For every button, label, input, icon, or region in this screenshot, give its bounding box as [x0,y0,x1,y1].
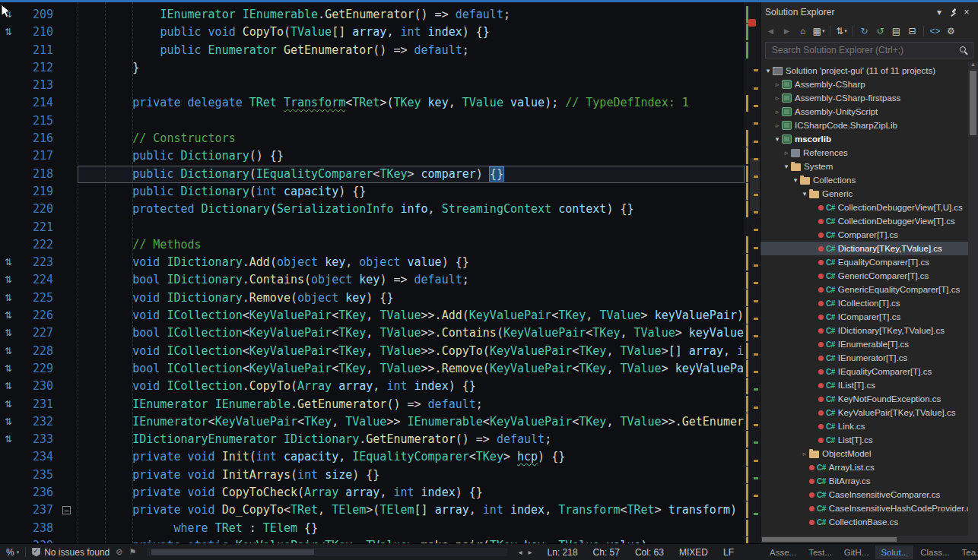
home-button[interactable]: ⌂ [795,24,810,39]
code-line-body[interactable]: public Dictionary() {} [78,147,745,165]
view-code-button[interactable]: <> [928,24,942,39]
implements-arrows-icon[interactable]: ⇅ [0,254,17,271]
pending-changes-filter-button[interactable]: ⇅▾ [834,24,849,39]
scroll-right-icon[interactable]: ▸ [529,548,532,556]
code-line[interactable]: ⇅230 void ICollection.CopyTo(Array array… [0,378,745,395]
line-number[interactable]: 233 [17,431,58,448]
line-number[interactable]: 211 [17,42,58,59]
tree-item[interactable]: C#CaseInsensitiveHashCodeProvider.cs [760,501,978,515]
code-line-body[interactable]: bool ICollection<KeyValuePair<TKey, TVal… [78,360,745,378]
line-number[interactable]: 230 [17,378,58,395]
search-input[interactable] [770,44,960,56]
line-number[interactable]: 214 [17,94,58,112]
code-line-body[interactable]: public Dictionary(IEqualityComparer<TKey… [78,166,745,183]
code-line-body[interactable]: where TRet : TElem {} [78,520,745,537]
line-number[interactable]: 218 [17,166,58,183]
code-line-body[interactable]: // Constructors [78,130,745,147]
switch-views-button[interactable]: ▦▾ [811,24,826,39]
code-line-body[interactable]: private void Do_CopyTo<TRet, TElem>(TEle… [78,501,745,519]
tree-item[interactable]: ▹Assembly-UnityScript [760,105,978,119]
line-number[interactable]: 222 [17,236,58,254]
search-icon[interactable] [960,46,968,55]
code-line-body[interactable]: void ICollection.CopyTo(Array array, int… [78,378,745,395]
line-number[interactable]: 209 [17,6,58,24]
line-number[interactable]: 220 [17,201,58,218]
tree-item[interactable]: ▾mscorlib [760,132,978,146]
tree-item[interactable]: C#Link.cs [760,419,978,433]
line-number[interactable]: 210 [17,24,58,41]
code-line[interactable]: 238 where TRet : TElem {} [0,520,745,537]
fold-collapse-button[interactable]: – [62,506,71,514]
line-number[interactable]: 239 [17,537,58,543]
line-number[interactable]: 236 [17,484,58,501]
line-number[interactable]: 238 [17,520,58,537]
chevron-expanded-icon[interactable]: ▾ [800,190,809,198]
tree-item[interactable]: C#GenericComparer[T].cs [760,269,978,283]
line-number[interactable]: 216 [17,130,58,147]
code-line[interactable]: ⇅225 void IDictionary.Remove(object key)… [0,289,745,307]
implements-arrows-icon[interactable]: ⇅ [0,343,17,360]
code-line[interactable]: 234 private void Init(int capacity, IEqu… [0,448,745,466]
tree-item[interactable]: C#List[T].cs [760,433,978,447]
code-line-body[interactable]: public Dictionary(int capacity) {} [78,183,745,201]
code-line[interactable]: ⇅228 void ICollection<KeyValuePair<TKey,… [0,343,745,360]
code-line[interactable]: 218 public Dictionary(IEqualityComparer<… [0,166,745,183]
tree-item[interactable]: C#IEnumerable[T].cs [760,337,978,351]
code-line[interactable]: 211 public Enumerator GetEnumerator() =>… [0,42,745,59]
editor-vertical-scrollbar-thumb[interactable] [750,158,760,211]
code-line[interactable]: ⇅223 void IDictionary.Add(object key, ob… [0,254,745,271]
flag-icon[interactable]: ⚑ [129,547,136,557]
eol-indicator[interactable]: LF [723,547,734,558]
mute-icon[interactable]: ⊘ [116,547,122,557]
tree-item[interactable]: C#IEqualityComparer[T].cs [760,365,978,378]
code-line-body[interactable]: IDictionaryEnumerator IDictionary.GetEnu… [78,431,745,448]
scroll-left-icon[interactable]: ◂ [518,548,522,556]
tree-item[interactable]: ▹References [760,146,978,160]
tree-item[interactable]: ▹Assembly-CSharp-firstpass [760,91,978,105]
code-line-body[interactable]: IEnumerator IEnumerable.GetEnumerator() … [78,6,745,24]
code-line-body[interactable]: void IDictionary.Remove(object key) {} [78,289,745,307]
code-line-body[interactable]: // Methods [78,236,745,254]
implements-arrows-icon[interactable]: ⇅ [0,24,17,41]
code-line[interactable]: 222 // Methods [0,236,745,254]
implements-arrows-icon[interactable]: ⇅ [0,378,17,395]
line-number[interactable]: 215 [17,112,58,130]
chevron-collapsed-icon[interactable]: ▹ [800,450,809,457]
editor-horizontal-scrollbar-thumb[interactable] [151,549,313,555]
tree-item[interactable]: C#IList[T].cs [760,378,978,392]
line-number[interactable]: 219 [17,183,58,201]
chevron-collapsed-icon[interactable]: ▹ [773,94,782,102]
code-line-body[interactable]: private static KeyValuePair<TKey, TValue… [78,537,745,543]
close-icon[interactable]: × [960,5,973,19]
code-line-body[interactable]: void ICollection<KeyValuePair<TKey, TVal… [78,307,745,324]
chevron-collapsed-icon[interactable]: ▹ [782,149,791,157]
implements-arrows-icon[interactable]: ⇅ [0,6,17,24]
line-number[interactable]: 228 [17,343,58,360]
code-line-body[interactable]: private delegate TRet Transform<TRet>(TK… [78,94,745,112]
code-line[interactable]: 214 private delegate TRet Transform<TRet… [0,94,745,112]
line-number[interactable]: 227 [17,324,58,342]
chevron-expanded-icon[interactable]: ▾ [764,67,773,74]
code-line[interactable]: ⇅229 bool ICollection<KeyValuePair<TKey,… [0,360,745,378]
tree-item[interactable]: C#ArrayList.cs [760,460,978,474]
code-line-body[interactable]: private void Init(int capacity, IEqualit… [78,448,745,466]
line-number[interactable]: 235 [17,467,58,484]
tree-horizontal-scrollbar[interactable] [760,536,978,543]
code-line[interactable]: 239 private static KeyValuePair<TKey, TV… [0,537,745,543]
tree-vertical-scrollbar-thumb[interactable] [970,71,976,135]
line-number[interactable]: 232 [17,413,58,431]
chevron-expanded-icon[interactable]: ▾ [791,176,800,184]
chevron-collapsed-icon[interactable]: ▹ [773,81,782,88]
window-dropdown-icon[interactable]: ▾ [932,5,946,19]
back-button[interactable]: ◄ [764,24,778,39]
code-line[interactable]: 221 [0,219,745,236]
code-line[interactable]: ⇅226 void ICollection<KeyValuePair<TKey,… [0,307,745,324]
encoding-indicator[interactable]: MIXED [679,547,708,558]
code-line-body[interactable]: IEnumerator<KeyValuePair<TKey, TValue>> … [78,413,745,431]
tree-item[interactable]: ▹Assembly-CSharp [760,78,978,91]
code-line[interactable]: 235 private void InitArrays(int size) {} [0,467,745,484]
code-line[interactable]: ⇅210 public void CopyTo(TValue[] array, … [0,24,745,41]
tree-item[interactable]: C#BitArray.cs [760,474,978,488]
properties-button[interactable]: ⚙ [944,24,958,39]
code-line[interactable]: 216 // Constructors [0,130,745,147]
